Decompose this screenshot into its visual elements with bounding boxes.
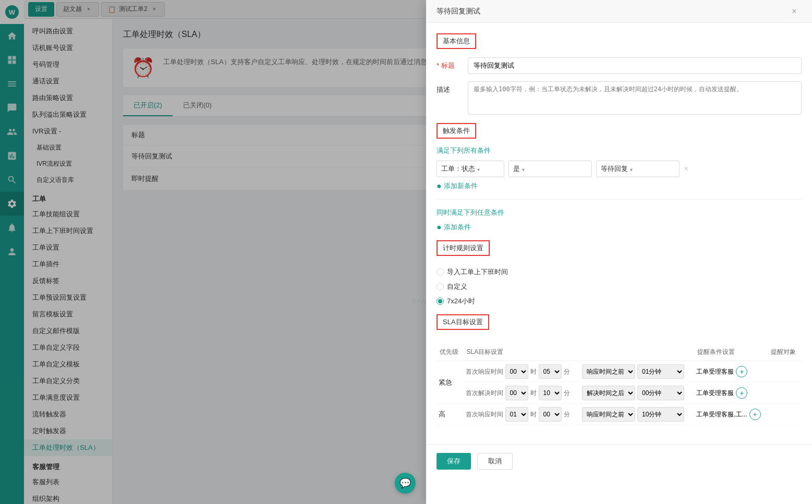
condition-value-arrow xyxy=(630,165,633,173)
high-response-minute[interactable]: 00 xyxy=(539,407,562,422)
col-escalation-cond: 提醒条件设置 xyxy=(694,343,768,361)
add-all-condition-label: 添加新条件 xyxy=(444,181,478,191)
condition-value-text: 等待回复 xyxy=(601,164,628,174)
add-all-condition-icon: ● xyxy=(437,181,442,191)
any-cond-prefix: 同时满足下列 xyxy=(437,208,477,216)
urgent-response-minute[interactable]: 05 xyxy=(539,364,562,379)
urgent-resolve-minute[interactable]: 10 xyxy=(539,386,562,400)
sla-urgent-resolve-time: 首次解决时间 00 时 10 分 xyxy=(464,383,580,404)
condition-operator-value: 是 xyxy=(513,164,520,174)
any-conditions-text: 同时满足下列任意条件 xyxy=(437,208,802,217)
add-any-condition-icon: ● xyxy=(437,223,442,232)
sla-row-urgent-response: 紧急 首次响应时间 00 时 05 分 xyxy=(437,361,802,383)
sla-urgent-resolve-esc-cond: 解决时间之后 00分钟 xyxy=(580,383,694,404)
modal-body: 基本信息 * 标题 描述 触发条件 满足下列所有条件 工单： xyxy=(426,23,812,444)
sla-high-response-esc-cond: 响应时间之前 10分钟 xyxy=(580,404,694,425)
add-all-condition-button[interactable]: ● 添加新条件 xyxy=(437,181,802,191)
high-response-add-button[interactable]: + xyxy=(749,409,761,420)
chat-button[interactable]: 💬 xyxy=(395,473,416,494)
sla-row-urgent-resolve: 首次解决时间 00 时 10 分 解决时间之后 00分钟 xyxy=(437,383,802,404)
trigger-section-title: 触发条件 xyxy=(437,123,476,139)
basic-info-section-title: 基本信息 xyxy=(437,33,476,49)
high-response-esc-cond-select[interactable]: 响应时间之前 xyxy=(582,407,635,422)
all-cond-highlight: 所有 xyxy=(464,146,477,154)
timer-section-title: 计时规则设置 xyxy=(437,240,490,256)
radio-import-schedule[interactable]: 导入工单上下班时间 xyxy=(437,267,802,277)
any-conditions-divider: 同时满足下列任意条件 ● 添加条件 xyxy=(437,199,802,232)
radio-custom-label: 自定义 xyxy=(447,282,467,291)
title-input[interactable] xyxy=(468,57,802,74)
col-sla-target: SLA目标设置 xyxy=(464,343,695,361)
condition-operator-arrow xyxy=(522,165,525,173)
sla-row-high-response: 高 首次响应时间 01 时 00 分 xyxy=(437,404,802,425)
sla-urgent-response-esc-cond: 响应时间之前 01分钟 xyxy=(580,361,694,383)
radio-import-schedule-label: 导入工单上下班时间 xyxy=(447,267,508,277)
save-button[interactable]: 保存 xyxy=(437,453,471,470)
urgent-response-esc-cond-select[interactable]: 响应时间之前 xyxy=(582,364,635,379)
modal-footer: 保存 取消 xyxy=(426,444,812,478)
add-any-condition-label: 添加条件 xyxy=(444,223,471,232)
modal-close-button[interactable]: × xyxy=(787,4,802,19)
urgent-response-hour[interactable]: 00 xyxy=(505,364,528,379)
modal-title: 等待回复测试 xyxy=(437,7,480,16)
sla-section-title: SLA目标设置 xyxy=(437,314,489,330)
condition-field-select[interactable]: 工单：状态 xyxy=(437,161,504,177)
sla-table: 优先级 SLA目标设置 提醒条件设置 提醒对象 紧急 xyxy=(437,343,802,425)
radio-custom-circle xyxy=(437,283,444,290)
priority-urgent: 紧急 xyxy=(437,361,464,404)
priority-high: 高 xyxy=(437,404,464,425)
col-priority: 优先级 xyxy=(437,343,464,361)
sla-urgent-response-time: 首次响应时间 00 时 05 分 xyxy=(464,361,580,383)
urgent-response-esc-time-select[interactable]: 01分钟 xyxy=(637,364,684,379)
all-conditions-text: 满足下列所有条件 xyxy=(437,146,802,155)
urgent-resolve-esc-cond-select[interactable]: 解决时间之后 xyxy=(582,386,635,400)
sla-high-response-time: 首次响应时间 01 时 00 分 xyxy=(464,404,580,425)
modal-header: 等待回复测试 × xyxy=(426,0,812,23)
chat-icon: 💬 xyxy=(399,477,411,489)
sla-high-response-target: 工单受理客服,工... + xyxy=(694,404,768,425)
urgent-resolve-esc-time-select[interactable]: 00分钟 xyxy=(637,386,684,400)
desc-form-group: 描述 xyxy=(437,81,802,115)
modal: 等待回复测试 × 基本信息 * 标题 描述 触发条件 满足下列所有 xyxy=(426,0,812,504)
modal-overlay: 等待回复测试 × 基本信息 * 标题 描述 触发条件 满足下列所有 xyxy=(0,0,812,504)
radio-import-schedule-circle xyxy=(437,268,444,276)
condition-operator-select[interactable]: 是 xyxy=(508,161,592,177)
high-response-esc-time-select[interactable]: 10分钟 xyxy=(637,407,684,422)
condition-delete-button[interactable]: × xyxy=(684,164,688,174)
radio-247-circle xyxy=(437,298,444,305)
timer-radio-group: 导入工单上下班时间 自定义 7x24小时 xyxy=(437,267,802,306)
radio-247-label: 7x24小时 xyxy=(447,297,475,306)
cancel-button[interactable]: 取消 xyxy=(477,453,513,470)
sla-urgent-resolve-target: 工单受理客服 + xyxy=(694,383,768,404)
col-escalation-target: 提醒对象 xyxy=(768,343,802,361)
all-cond-prefix: 满足下列 xyxy=(437,146,464,154)
add-any-condition-button[interactable]: ● 添加条件 xyxy=(437,223,802,232)
desc-textarea[interactable] xyxy=(468,81,802,115)
title-form-group: * 标题 xyxy=(437,57,802,74)
urgent-resolve-target-text: 工单受理客服 xyxy=(696,389,734,398)
urgent-response-target-text: 工单受理客服 xyxy=(696,367,734,376)
radio-custom[interactable]: 自定义 xyxy=(437,282,802,291)
urgent-response-add-button[interactable]: + xyxy=(736,366,747,377)
any-cond-highlight: 任意 xyxy=(477,208,491,216)
urgent-resolve-hour[interactable]: 00 xyxy=(505,386,528,400)
urgent-resolve-add-button[interactable]: + xyxy=(736,387,747,399)
title-label: * 标题 xyxy=(437,57,468,70)
high-response-hour[interactable]: 01 xyxy=(505,407,528,422)
condition-value-select[interactable]: 等待回复 xyxy=(596,161,680,177)
any-cond-suffix: 条件 xyxy=(491,208,504,216)
all-cond-suffix: 条件 xyxy=(477,146,491,154)
high-response-target-text: 工单受理客服,工... xyxy=(696,410,747,419)
condition-field-value: 工单：状态 xyxy=(441,164,475,174)
condition-field-arrow xyxy=(477,165,480,173)
sla-urgent-response-target: 工单受理客服 + xyxy=(694,361,768,383)
radio-247[interactable]: 7x24小时 xyxy=(437,297,802,306)
desc-label: 描述 xyxy=(437,81,468,94)
condition-row-1: 工单：状态 是 等待回复 × xyxy=(437,161,802,177)
